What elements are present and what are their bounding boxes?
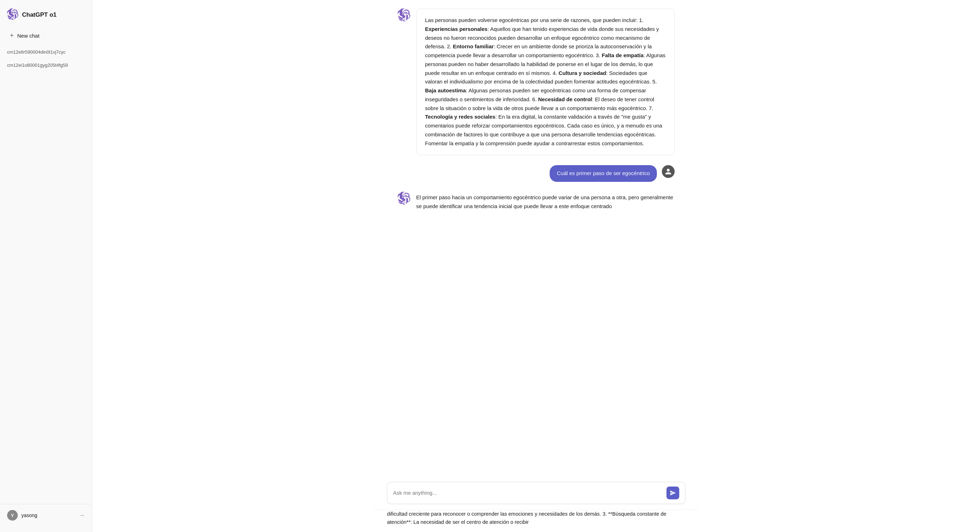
chat-scroll[interactable]: Las personas pueden volverse egocéntrica… [92,0,980,482]
sidebar-header: ChatGPT o1 [0,6,92,29]
input-wrapper [387,482,685,504]
user-message-1: Cuál es primer paso de ser egocéntrico [398,165,675,182]
sidebar: ChatGPT o1 + New chat cm12e6r590004din0l… [0,0,92,532]
user-avatar-chat [662,165,675,178]
user-info: Y yasong [7,510,37,521]
ai-avatar-1 [398,8,410,21]
ai-message-2: El primer paso hacia un comportamiento e… [398,192,675,212]
logout-icon[interactable]: → [78,512,85,519]
main-chat-area: Las personas pueden volverse egocéntrica… [92,0,980,532]
chat-history-item-1[interactable]: cm12e6r590004din0l1vj7cyc [3,46,89,58]
ai-bubble-2: El primer paso hacia un comportamiento e… [416,192,675,212]
app-title: ChatGPT o1 [22,11,56,19]
user-name: yasong [21,513,37,518]
chatgpt-logo-icon [7,8,19,21]
user-bubble-1: Cuál es primer paso de ser egocéntrico [550,165,657,182]
plus-icon: + [10,32,14,40]
ai-avatar-2 [398,192,410,205]
new-chat-label: New chat [18,33,40,39]
send-button[interactable] [667,487,679,499]
chat-history-item-2[interactable]: cm12ei1o80001gyg205t4fg59 [3,59,89,72]
chat-history: cm12e6r590004din0l1vj7cyc cm12ei1o80001g… [0,46,92,504]
user-avatar: Y [7,510,18,521]
new-chat-button[interactable]: + New chat [3,29,89,43]
chat-input[interactable] [393,490,663,496]
ai-message-1: Las personas pueden volverse egocéntrica… [398,8,675,155]
scroll-hint: dificultad creciente para reconocer o co… [373,510,700,532]
ai-bubble-1: Las personas pueden volverse egocéntrica… [416,8,675,155]
message-list: Las personas pueden volverse egocéntrica… [383,8,689,212]
sidebar-footer: Y yasong → [0,504,92,526]
